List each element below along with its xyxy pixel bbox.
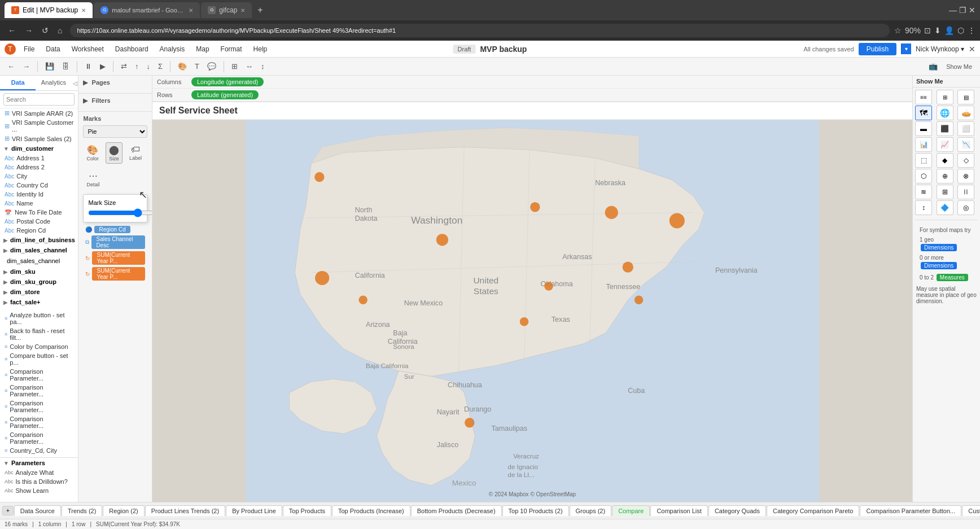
calc-compare-btn[interactable]: ≡ Compare button - set p... <box>0 351 78 367</box>
fact-sale-header[interactable]: ▶ fact_sale+ <box>0 297 78 307</box>
field-identity-id[interactable]: Abc Identity Id <box>0 190 78 199</box>
field-new-to-file-date[interactable]: 📅 New To File Date <box>0 208 78 217</box>
collapse-data-pane[interactable]: ◁ <box>72 76 78 90</box>
menu-map[interactable]: Map <box>190 43 215 55</box>
marks-field-region-cd[interactable]: 🔵 Region Cd <box>83 225 147 234</box>
field-country-cd[interactable]: Abc Country Cd <box>0 181 78 190</box>
field-city[interactable]: Abc City <box>0 172 78 181</box>
publish-dropdown-button[interactable]: ▾ <box>901 43 911 54</box>
dim-sku-group-header[interactable]: ▶ dim_sku_group <box>0 277 78 287</box>
user-menu[interactable]: Nick Wynkoop ▾ <box>916 45 964 53</box>
chart-area[interactable]: 📉 <box>957 137 974 152</box>
chart-bullet[interactable]: ⊗ <box>957 169 974 183</box>
menu-file[interactable]: File <box>18 43 40 55</box>
filters-section-title[interactable]: ▶ Filters <box>83 97 147 104</box>
analytics-tab[interactable]: Analytics <box>36 76 71 90</box>
tab-trends-2[interactable]: Trends (2) <box>62 505 102 516</box>
sort-asc-button[interactable]: ↑ <box>132 60 142 72</box>
zoom-button[interactable]: 90% <box>905 26 921 35</box>
forward-button[interactable]: → <box>21 25 36 36</box>
gifcap-tab-close[interactable]: ✕ <box>240 7 245 14</box>
field-address1[interactable]: Abc Address 1 <box>0 154 78 163</box>
tab-region-2[interactable]: Region (2) <box>103 505 144 516</box>
dim-line-header[interactable]: ▶ dim_line_of_business <box>0 235 78 245</box>
tab-top-products[interactable]: Top Products <box>283 505 331 516</box>
chart-packed-bubble[interactable]: ≋ <box>915 185 932 199</box>
text-table-button[interactable]: T <box>192 60 202 72</box>
chart-scatter[interactable]: ◆ <box>937 153 953 168</box>
home-button[interactable]: ⌂ <box>54 25 65 36</box>
marks-field-sum-cy-1[interactable]: ↻ SUM(Current Year P... <box>83 250 147 266</box>
marks-detail-button[interactable]: ⋯ Detail <box>83 168 103 190</box>
chart-heat-map[interactable]: ⊞ <box>937 90 953 104</box>
chart-box-whisker[interactable]: ⬡ <box>915 169 932 183</box>
tab-by-product-line[interactable]: By Product Line <box>226 505 282 516</box>
dim-store-header[interactable]: ▶ dim_store <box>0 287 78 297</box>
browser-tab-google[interactable]: G malouf smartbrief - Google Se... ✕ <box>94 2 200 18</box>
sales-channel-desc-field[interactable]: dim_sales_channel <box>2 256 76 265</box>
tab-compare[interactable]: Compare <box>612 505 650 516</box>
undo-button[interactable]: ← <box>5 60 18 72</box>
standard-view-button[interactable]: ⊞ <box>229 60 240 72</box>
sort-desc-button[interactable]: ↓ <box>144 60 154 72</box>
active-tab-close[interactable]: ✕ <box>81 7 86 14</box>
show-me-toggle[interactable]: Show Me <box>943 62 975 71</box>
table-vri-customer[interactable]: ⊞ VRI Sample Customer ... <box>0 118 78 134</box>
dim-customer-header[interactable]: ▼ dim_customer <box>0 143 78 154</box>
chart-symbol-map[interactable]: 🗺 <box>915 106 932 120</box>
marks-field-sum-cy-2[interactable]: ↻ SUM(Current Year P... <box>83 266 147 282</box>
menu-dashboard[interactable]: Dashboard <box>110 43 154 55</box>
menu-help[interactable]: Help <box>248 43 273 55</box>
app-close-button[interactable]: ✕ <box>969 45 975 54</box>
download-button[interactable]: ⬇ <box>934 26 941 35</box>
latitude-pill[interactable]: Latitude (generated) <box>191 90 259 99</box>
expand-button[interactable]: ⊡ <box>924 26 931 35</box>
chart-filled-map[interactable]: 🌐 <box>937 106 953 120</box>
field-region-cd[interactable]: Abc Region Cd <box>0 226 78 235</box>
tab-customers[interactable]: Customers <box>962 505 980 516</box>
longitude-pill[interactable]: Longitude (generated) <box>191 77 264 86</box>
mark-size-slider[interactable] <box>88 208 152 217</box>
table-vri-arar[interactable]: ⊞ VRI Sample ARAR (2) <box>0 108 78 118</box>
minimize-button[interactable]: — <box>949 6 957 15</box>
search-input[interactable] <box>3 93 75 106</box>
calc-analyze-btn[interactable]: ≡ Analyze button - set pa... <box>0 311 78 326</box>
tab-product-lines-trends[interactable]: Product Lines Trends (2) <box>145 505 225 516</box>
address-bar-input[interactable] <box>70 24 890 37</box>
tab-top-10-products[interactable]: Top 10 Products (2) <box>502 505 569 516</box>
new-datasource-button[interactable]: 🗄 <box>59 60 72 72</box>
chart-side-by-side[interactable]: ⬜ <box>957 121 974 136</box>
present-mode-button[interactable]: 📺 <box>926 60 940 72</box>
chart-highlight-table[interactable]: ▤ <box>957 90 974 104</box>
tab-comparison-list[interactable]: Comparison List <box>650 505 707 516</box>
pause-auto-updates-button[interactable]: ⏸ <box>82 60 95 72</box>
param-drilldown[interactable]: Abc Is this a Drilldown? <box>0 477 78 486</box>
close-window-button[interactable]: ✕ <box>969 6 975 15</box>
tab-bottom-products[interactable]: Bottom Products (Decrease) <box>411 505 502 516</box>
chart-gantt[interactable]: ⊞ <box>937 185 953 199</box>
marks-color-button[interactable]: 🎨 Color <box>83 142 102 164</box>
calc-comparison-param-5[interactable]: ≡ Comparison Parameter... <box>0 430 78 446</box>
field-name[interactable]: Abc Name <box>0 199 78 208</box>
chart-histogram[interactable]: ◇ <box>957 153 974 168</box>
chart-dual-combo[interactable]: ↕ <box>915 200 932 215</box>
profile-button[interactable]: 👤 <box>944 26 954 35</box>
reload-button[interactable]: ↺ <box>38 25 52 36</box>
extensions-button[interactable]: ⬡ <box>957 26 964 35</box>
chart-treemap[interactable]: ⊕ <box>937 169 953 183</box>
tab-groups-2[interactable]: Groups (2) <box>570 505 612 516</box>
data-tab[interactable]: Data <box>0 76 36 90</box>
dim-sku-header[interactable]: ▶ dim_sku <box>0 266 78 277</box>
menu-data[interactable]: Data <box>40 43 65 55</box>
fit-width-button[interactable]: ↔ <box>243 60 256 72</box>
field-address2[interactable]: Abc Address 2 <box>0 163 78 172</box>
table-vri-sales[interactable]: ⊞ VRI Sample Sales (2) <box>0 134 78 143</box>
chart-waterfall[interactable]: ⁞⁞ <box>957 185 974 199</box>
chart-density[interactable]: ◎ <box>957 200 974 215</box>
parameters-header[interactable]: ▼ Parameters <box>0 457 78 468</box>
calc-country-city[interactable]: ≡ Country_Cd, City <box>0 446 78 455</box>
show-me-title[interactable]: Show Me <box>913 76 980 88</box>
chart-line[interactable]: 📈 <box>937 137 953 152</box>
save-button[interactable]: 💾 <box>42 60 57 72</box>
pages-section-title[interactable]: ▶ Pages <box>83 79 147 86</box>
